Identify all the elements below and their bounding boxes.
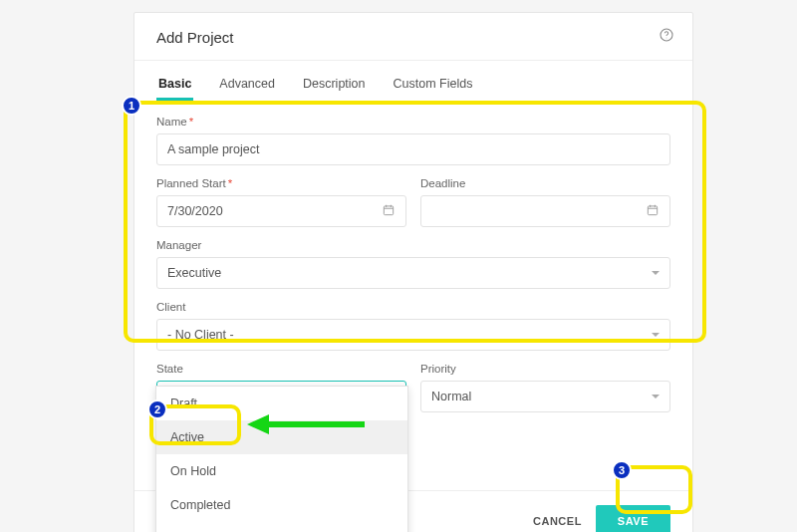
planned-start-label: Planned Start* — [156, 177, 406, 189]
annotation-label-2: 2 — [147, 399, 167, 419]
client-value: - No Client - — [167, 328, 234, 342]
name-label: Name* — [156, 116, 670, 128]
help-icon[interactable] — [659, 27, 674, 47]
tabs: Basic Advanced Description Custom Fields — [134, 67, 692, 102]
state-option-cancelled[interactable]: Cancelled — [156, 522, 407, 532]
modal-header: Add Project — [134, 13, 692, 61]
chevron-down-icon — [652, 395, 660, 399]
state-option-active[interactable]: Active — [156, 420, 407, 454]
tab-custom-fields[interactable]: Custom Fields — [392, 67, 475, 101]
annotation-label-1: 1 — [122, 96, 141, 116]
deadline-label: Deadline — [420, 177, 670, 189]
cancel-button[interactable]: CANCEL — [533, 515, 582, 527]
planned-start-value: 7/30/2020 — [167, 204, 223, 218]
state-label: State — [156, 363, 406, 375]
modal-title: Add Project — [156, 29, 234, 46]
state-dropdown: Draft Active On Hold Completed Cancelled — [155, 386, 408, 532]
priority-label: Priority — [420, 363, 670, 375]
priority-value: Normal — [431, 390, 471, 403]
form-body: Name* Planned Start* 7/30/2020 Deadline — [134, 102, 692, 412]
svg-point-1 — [666, 38, 667, 39]
calendar-icon — [646, 203, 660, 220]
manager-select[interactable]: Executive — [156, 257, 670, 289]
save-button[interactable]: SAVE — [596, 505, 670, 532]
state-option-on-hold[interactable]: On Hold — [156, 454, 407, 488]
tab-advanced[interactable]: Advanced — [217, 67, 277, 101]
name-input-wrap — [156, 133, 670, 165]
client-label: Client — [156, 301, 670, 313]
svg-rect-3 — [648, 205, 657, 214]
calendar-icon — [382, 203, 396, 220]
deadline-input[interactable] — [420, 195, 670, 227]
priority-select[interactable]: Normal — [420, 381, 670, 412]
planned-start-input[interactable]: 7/30/2020 — [156, 195, 406, 227]
annotation-label-3: 3 — [612, 460, 632, 480]
chevron-down-icon — [652, 271, 660, 275]
name-input[interactable] — [167, 142, 660, 156]
state-option-draft[interactable]: Draft — [156, 387, 407, 420]
chevron-down-icon — [652, 333, 660, 337]
tab-description[interactable]: Description — [301, 67, 368, 101]
state-option-completed[interactable]: Completed — [156, 488, 407, 522]
client-select[interactable]: - No Client - — [156, 319, 670, 351]
manager-label: Manager — [156, 239, 670, 251]
svg-rect-2 — [384, 205, 393, 214]
manager-value: Executive — [167, 266, 221, 280]
tab-basic[interactable]: Basic — [156, 67, 193, 101]
